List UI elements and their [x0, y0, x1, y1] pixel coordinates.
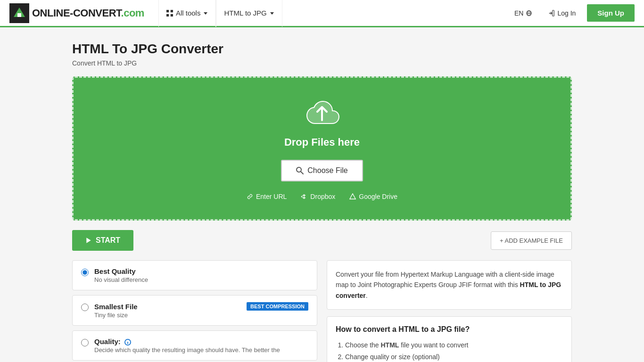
quality-label-smallest: Smallest File [94, 303, 138, 311]
best-compression-badge: BEST COMPRESSION [247, 302, 308, 311]
info-panel-column: Convert your file from Hypertext Markup … [327, 260, 572, 362]
converter-button[interactable]: HTML to JPG [216, 0, 282, 27]
all-tools-button[interactable]: All tools [158, 0, 216, 27]
login-button[interactable]: Log In [542, 6, 582, 21]
google-drive-icon [349, 193, 356, 200]
chevron-down-icon-2 [270, 11, 274, 16]
svg-rect-5 [171, 14, 173, 16]
logo[interactable]: ONLINE-CONVERT.com [9, 3, 144, 23]
page-subtitle: Convert HTML to JPG [72, 59, 572, 67]
svg-marker-7 [270, 12, 274, 15]
link-icon [247, 193, 253, 200]
action-row: START + ADD EXAMPLE FILE [72, 230, 572, 251]
language-button[interactable]: EN [510, 7, 537, 20]
quality-desc-custom: Decide which quality the resulting image… [94, 346, 308, 354]
start-button[interactable]: START [72, 230, 133, 251]
svg-rect-4 [166, 14, 169, 16]
quality-option-smallest: Smallest File BEST COMPRESSION Tiny file… [72, 295, 317, 326]
dropbox-icon [301, 193, 307, 200]
svg-line-13 [301, 172, 303, 174]
quality-options-panel: Best Quality No visual difference Smalle… [72, 260, 317, 362]
quality-option-custom: Quality: Decide which quality the result… [72, 330, 317, 361]
two-column-layout: Best Quality No visual difference Smalle… [72, 260, 572, 362]
choose-file-button[interactable]: Choose File [281, 160, 363, 181]
add-example-button[interactable]: + ADD EXAMPLE FILE [491, 231, 572, 250]
upload-cloud-icon [303, 97, 341, 130]
svg-marker-14 [350, 194, 355, 199]
globe-icon [526, 10, 532, 16]
quality-label-best: Best Quality [94, 267, 308, 275]
how-to-steps: Choose the HTML file you want to convert… [336, 339, 563, 362]
login-icon [548, 10, 555, 16]
dropbox-link[interactable]: Dropbox [301, 193, 335, 200]
drop-text: Drop Files here [83, 136, 561, 148]
quality-desc-best: No visual difference [94, 276, 308, 283]
signup-button[interactable]: Sign Up [587, 4, 635, 22]
chevron-right-icon [85, 237, 92, 244]
upload-links: Enter URL Dropbox Google Drive [83, 193, 561, 200]
upload-area[interactable]: Drop Files here Choose File Enter URL D [72, 76, 572, 221]
info-icon [124, 339, 131, 346]
logo-text: ONLINE-CONVERT.com [32, 7, 144, 19]
quality-desc-smallest: Tiny file size [94, 312, 308, 319]
how-to-step-1: Choose the HTML file you want to convert [345, 339, 563, 351]
search-icon [296, 167, 304, 174]
header: ONLINE-CONVERT.com All tools HTML to JPG… [0, 0, 644, 27]
quality-radio-smallest[interactable] [81, 304, 89, 311]
svg-rect-11 [553, 10, 554, 16]
quality-radio-custom[interactable] [81, 339, 89, 346]
header-right: EN Log In Sign Up [510, 4, 635, 22]
svg-point-18 [128, 341, 128, 341]
svg-rect-1 [17, 13, 21, 17]
quality-radio-best[interactable] [81, 269, 89, 276]
quality-option-best: Best Quality No visual difference [72, 260, 317, 290]
how-to-title: How to convert a HTML to a JPG file? [336, 325, 563, 334]
how-to-panel: How to convert a HTML to a JPG file? Cho… [327, 316, 572, 362]
info-text-after: . [366, 292, 368, 299]
chevron-down-icon [203, 11, 208, 16]
svg-rect-2 [166, 10, 169, 12]
how-to-step-2: Change quality or size (optional) [345, 351, 563, 362]
grid-icon [166, 10, 173, 16]
main-content: HTML To JPG Converter Convert HTML to JP… [63, 27, 581, 362]
svg-marker-15 [86, 238, 91, 243]
svg-rect-3 [171, 10, 173, 12]
info-panel: Convert your file from Hypertext Markup … [327, 260, 572, 310]
quality-label-custom: Quality: [94, 337, 131, 346]
svg-marker-6 [204, 12, 207, 15]
enter-url-link[interactable]: Enter URL [247, 193, 287, 200]
logo-icon [9, 3, 29, 23]
page-title: HTML To JPG Converter [72, 41, 572, 57]
google-drive-link[interactable]: Google Drive [349, 193, 397, 200]
